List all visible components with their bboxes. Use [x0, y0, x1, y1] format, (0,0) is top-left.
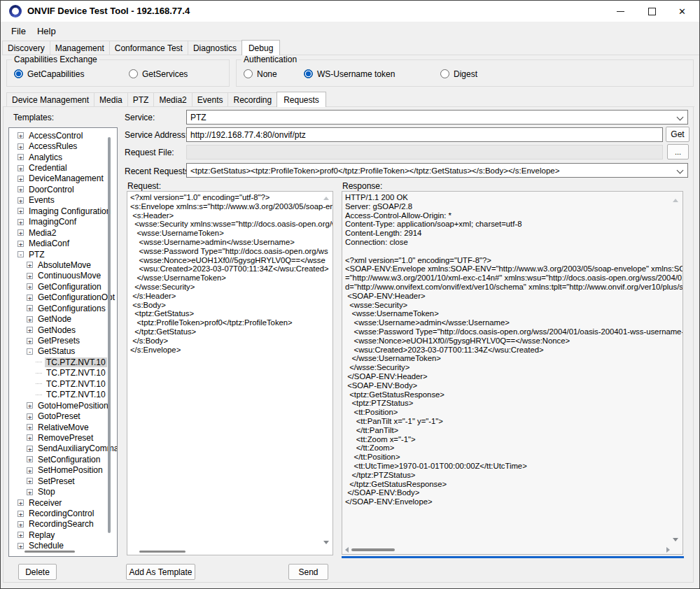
radio-digest[interactable]: Digest	[440, 69, 477, 79]
tree-item-continuousmove[interactable]: +ContinuousMove	[9, 271, 117, 281]
tab-discovery[interactable]: Discovery	[2, 41, 50, 55]
maximize-button[interactable]	[636, 1, 668, 22]
expand-icon[interactable]: +	[27, 283, 33, 290]
tree-item-analytics[interactable]: +Analytics	[9, 152, 117, 162]
delete-button[interactable]: Delete	[18, 564, 57, 580]
tree-item-getnodes[interactable]: +GetNodes	[9, 325, 117, 335]
service-dropdown[interactable]: PTZ	[186, 110, 688, 125]
tree-item-removepreset[interactable]: +RemovePreset	[9, 432, 117, 443]
tree-item-receiver[interactable]: +Receiver	[9, 497, 117, 508]
expand-icon[interactable]: +	[18, 143, 24, 150]
expand-icon[interactable]: +	[18, 186, 24, 192]
collapse-icon[interactable]: -	[18, 251, 24, 257]
scroll-up-icon[interactable]	[323, 197, 329, 200]
subtab-media[interactable]: Media	[94, 92, 128, 106]
tree-item-getconfigurations[interactable]: +GetConfigurations	[9, 303, 117, 313]
tab-management[interactable]: Management	[50, 41, 110, 55]
tree-item-tc-ptz-nvt-10[interactable]: TC.PTZ.NVT.10	[9, 390, 117, 400]
subtab-ptz[interactable]: PTZ	[127, 92, 155, 106]
expand-icon[interactable]: +	[27, 338, 33, 344]
expand-icon[interactable]: +	[27, 294, 33, 301]
expand-icon[interactable]: +	[18, 521, 24, 527]
tree-item-tc-ptz-nvt-10[interactable]: TC.PTZ.NVT.10	[9, 357, 117, 367]
tree-item-credential[interactable]: +Credential	[9, 162, 117, 173]
tree-item-mediaconf[interactable]: +MediaConf	[9, 238, 117, 248]
scroll-down-icon[interactable]	[673, 538, 678, 541]
tree-item-getconfigurationopt[interactable]: +GetConfigurationOpt	[9, 292, 117, 303]
tree-item-imaging-configuration[interactable]: +Imaging Configuration	[9, 206, 117, 216]
scroll-up-icon[interactable]	[673, 199, 678, 202]
expand-icon[interactable]: +	[18, 176, 24, 182]
expand-icon[interactable]: +	[18, 511, 24, 517]
expand-icon[interactable]: +	[27, 424, 33, 430]
tree-item-ptz[interactable]: -PTZ	[9, 249, 117, 260]
menu-file[interactable]: File	[6, 24, 31, 38]
tree-item-setpreset[interactable]: +SetPreset	[9, 476, 117, 486]
tree-item-absolutemove[interactable]: +AbsoluteMove	[9, 260, 117, 270]
tree-item-doorcontrol[interactable]: +DoorControl	[9, 184, 117, 194]
expand-icon[interactable]: +	[27, 402, 33, 409]
expand-icon[interactable]: +	[27, 489, 33, 495]
tree-item-relativemove[interactable]: +RelativeMove	[9, 422, 117, 432]
tree-item-tc-ptz-nvt-10[interactable]: TC.PTZ.NVT.10	[9, 368, 117, 378]
tree-item-sendauxiliarycomma[interactable]: +SendAuxiliaryComma	[9, 443, 117, 454]
expand-icon[interactable]: +	[18, 132, 24, 139]
expand-icon[interactable]: +	[27, 434, 33, 441]
scroll-right-icon[interactable]	[666, 547, 670, 553]
splitter-highlight[interactable]	[342, 556, 684, 558]
expand-icon[interactable]: +	[18, 219, 24, 225]
browse-button[interactable]: ...	[667, 144, 689, 159]
expand-icon[interactable]: +	[18, 154, 24, 160]
tree-item-accessrules[interactable]: +AccessRules	[9, 141, 117, 151]
add-as-template-button[interactable]: Add As Template	[126, 564, 195, 580]
tree-item-media2[interactable]: +Media2	[9, 227, 117, 238]
request-editor[interactable]: <?xml version="1.0" encoding="utf-8"?> <…	[127, 191, 333, 555]
expand-icon[interactable]: +	[18, 532, 24, 538]
tab-diagnostics[interactable]: Diagnostics	[188, 41, 242, 55]
expand-icon[interactable]: +	[18, 229, 24, 236]
subtab-events[interactable]: Events	[192, 92, 229, 106]
tree-horizontal-scrollbar-thumb[interactable]	[24, 551, 75, 553]
expand-icon[interactable]: +	[18, 197, 24, 204]
menu-help[interactable]: Help	[31, 24, 62, 38]
expand-icon[interactable]: +	[18, 208, 24, 214]
expand-icon[interactable]: +	[18, 499, 24, 506]
radio-ws-username-token[interactable]: WS-Username token	[304, 69, 395, 79]
tree-item-devicemanagement[interactable]: +DeviceManagement	[9, 173, 117, 184]
expand-icon[interactable]: +	[27, 305, 33, 311]
close-button[interactable]: ✕	[666, 1, 698, 22]
scroll-down-icon[interactable]	[323, 541, 329, 544]
tree-item-setconfiguration[interactable]: +SetConfiguration	[9, 454, 117, 464]
expand-icon[interactable]: +	[27, 456, 33, 462]
tree-item-gotopreset[interactable]: +GotoPreset	[9, 411, 117, 421]
expand-icon[interactable]: +	[18, 165, 24, 171]
request-file-input[interactable]	[186, 145, 663, 159]
expand-icon[interactable]: +	[18, 543, 24, 549]
tree-item-stop[interactable]: +Stop	[9, 486, 117, 497]
tree-item-events[interactable]: +Events	[9, 195, 117, 206]
response-horizontal-scrollbar-thumb[interactable]	[351, 548, 395, 551]
tree-vertical-scrollbar-thumb[interactable]	[108, 137, 111, 533]
subtab-media2[interactable]: Media2	[153, 92, 192, 106]
radio-getservices[interactable]: GetServices	[129, 69, 188, 79]
tree-item-getnode[interactable]: +GetNode	[9, 313, 117, 324]
request-horizontal-scrollbar-thumb[interactable]	[139, 551, 186, 553]
expand-icon[interactable]: +	[27, 413, 33, 420]
expand-icon[interactable]: +	[27, 327, 33, 333]
expand-icon[interactable]: +	[27, 262, 33, 268]
tree-item-getpresets[interactable]: +GetPresets	[9, 335, 117, 346]
templates-tree[interactable]: +AccessControl+AccessRules+Analytics+Cre…	[8, 127, 118, 557]
subtab-device-management[interactable]: Device Management	[6, 92, 94, 106]
tree-item-recordingsearch[interactable]: +RecordingSearch	[9, 519, 117, 530]
service-address-input[interactable]: http://192.168.77.4:80/onvif/ptz	[186, 127, 663, 142]
get-button[interactable]: Get	[666, 127, 690, 142]
subtab-requests[interactable]: Requests	[276, 92, 326, 107]
radio-getcapabilities[interactable]: GetCapabilities	[14, 69, 84, 79]
tree-item-sethomeposition[interactable]: +SetHomePosition	[9, 465, 117, 476]
tree-item-imagingconf[interactable]: +ImagingConf	[9, 217, 117, 227]
tree-item-accesscontrol[interactable]: +AccessControl	[9, 130, 117, 141]
expand-icon[interactable]: +	[18, 241, 24, 247]
expand-icon[interactable]: +	[27, 446, 33, 452]
minimize-button[interactable]	[605, 1, 636, 22]
subtab-recording[interactable]: Recording	[227, 92, 277, 106]
